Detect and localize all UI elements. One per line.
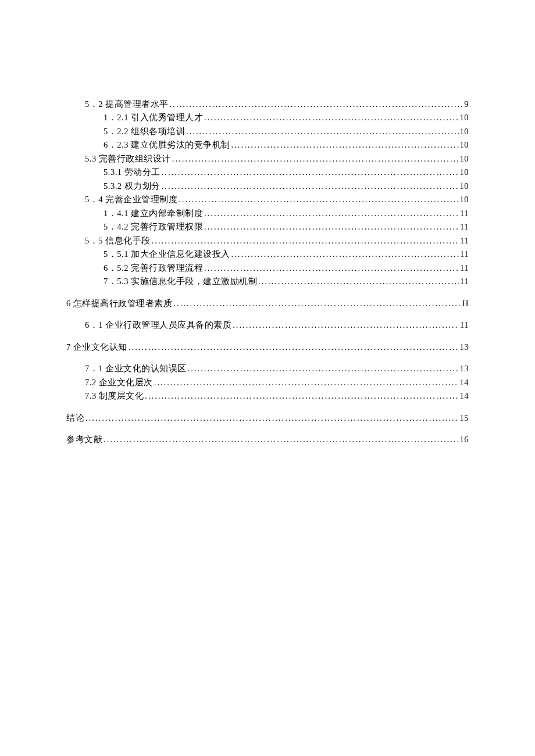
toc-entry-page: 16 bbox=[460, 433, 469, 446]
toc-entry-page: 14 bbox=[460, 376, 469, 389]
toc-leader-dots bbox=[129, 341, 459, 354]
toc-leader-dots bbox=[204, 220, 459, 234]
toc-entry-label: 5.3 完善行政组织设计 bbox=[85, 152, 171, 166]
toc-entry-page: 14 bbox=[460, 389, 469, 403]
toc-leader-dots bbox=[104, 433, 459, 446]
toc-entry: 5.3.1 劳动分工10 bbox=[66, 166, 469, 179]
toc-entry-page: 11 bbox=[460, 220, 469, 234]
toc-leader-dots bbox=[85, 411, 459, 425]
toc-leader-dots bbox=[188, 362, 459, 375]
toc-entry: 6．2.3 建立优胜劣汰的竞争机制10 bbox=[66, 138, 469, 152]
toc-entry-label: 5．4 完善企业管理制度 bbox=[85, 193, 177, 206]
toc-entry: 6 怎样提高行政管理者素质H bbox=[66, 297, 469, 310]
toc-entry-label: 7 企业文化认知 bbox=[66, 341, 127, 354]
toc-entry-page: 11 bbox=[460, 261, 469, 275]
toc-entry: 5．5 信息化手段11 bbox=[66, 234, 469, 248]
toc-entry: 5．2.2 组织各项培训10 bbox=[66, 125, 469, 138]
toc-entry: 5．4.2 完善行政管理权限11 bbox=[66, 220, 469, 234]
toc-leader-dots bbox=[258, 275, 459, 288]
toc-group: 6．1 企业行政管理人员应具备的素质11 bbox=[66, 318, 469, 332]
toc-entry: 5.3.2 权力划分10 bbox=[66, 180, 469, 193]
toc-entry-page: 10 bbox=[460, 111, 469, 124]
toc-leader-dots bbox=[204, 207, 459, 220]
toc-leader-dots bbox=[186, 125, 459, 138]
toc-entry: 7 企业文化认知13 bbox=[66, 341, 469, 354]
toc-leader-dots bbox=[170, 98, 463, 111]
toc-entry: 1．4.1 建立内部牵制制度11 bbox=[66, 207, 469, 220]
toc-entry-label: 6．1 企业行政管理人员应具备的素质 bbox=[85, 318, 231, 332]
toc-entry-label: 结论 bbox=[66, 411, 84, 425]
toc-entry-page: 11 bbox=[460, 234, 469, 248]
toc-entry: 5.3 完善行政组织设计10 bbox=[66, 152, 469, 166]
toc-entry-page: 10 bbox=[460, 125, 469, 138]
toc-entry-page: 11 bbox=[460, 248, 469, 261]
toc-entry-label: 7．5.3 实施信息化手段，建立激励机制 bbox=[104, 275, 257, 288]
toc-group: 结论15 bbox=[66, 411, 469, 425]
toc-entry: 1．2.1 引入优秀管理人才10 bbox=[66, 111, 469, 124]
toc-entry-page: 10 bbox=[460, 166, 469, 179]
toc-group: 6 怎样提高行政管理者素质H bbox=[66, 297, 469, 310]
toc-entry-page: 11 bbox=[460, 275, 469, 288]
toc-entry: 参考文献16 bbox=[66, 433, 469, 446]
toc-entry-page: 11 bbox=[460, 318, 469, 332]
toc-entry: 7.2 企业文化层次14 bbox=[66, 376, 469, 389]
toc-entry-label: 1．2.1 引入优秀管理人才 bbox=[104, 111, 203, 124]
toc-entry-page: H bbox=[462, 297, 469, 310]
toc-leader-dots bbox=[233, 318, 459, 332]
toc-entry-page: 10 bbox=[460, 193, 469, 206]
table-of-contents: 5．2 提高管理者水平91．2.1 引入优秀管理人才105．2.2 组织各项培训… bbox=[66, 98, 469, 447]
toc-entry: 6．5.2 完善行政管理流程11 bbox=[66, 261, 469, 275]
toc-group: 参考文献16 bbox=[66, 433, 469, 446]
toc-entry-label: 5.3.1 劳动分工 bbox=[104, 166, 160, 179]
toc-entry: 5．4 完善企业管理制度10 bbox=[66, 193, 469, 206]
toc-entry-page: 11 bbox=[460, 207, 469, 220]
toc-leader-dots bbox=[231, 248, 459, 261]
toc-entry-label: 5．5.1 加大企业信息化建设投入 bbox=[104, 248, 230, 261]
toc-leader-dots bbox=[162, 166, 459, 179]
toc-entry-label: 5．5 信息化手段 bbox=[85, 234, 151, 248]
toc-entry-label: 7．1 企业文化的认知误区 bbox=[85, 362, 187, 375]
toc-entry-page: 13 bbox=[460, 341, 469, 354]
toc-entry-label: 5．2.2 组织各项培训 bbox=[104, 125, 185, 138]
toc-entry-page: 10 bbox=[460, 152, 469, 166]
toc-entry: 7.3 制度层文化14 bbox=[66, 389, 469, 403]
toc-group: 7 企业文化认知13 bbox=[66, 341, 469, 354]
toc-entry-page: 10 bbox=[460, 138, 469, 152]
toc-group: 5．2 提高管理者水平91．2.1 引入优秀管理人才105．2.2 组织各项培训… bbox=[66, 98, 469, 289]
toc-leader-dots bbox=[173, 297, 461, 310]
toc-leader-dots bbox=[204, 261, 459, 275]
toc-entry-label: 参考文献 bbox=[66, 433, 102, 446]
toc-group: 7．1 企业文化的认知误区137.2 企业文化层次147.3 制度层文化14 bbox=[66, 362, 469, 403]
toc-entry-label: 5.3.2 权力划分 bbox=[104, 180, 160, 193]
toc-entry-label: 5．4.2 完善行政管理权限 bbox=[104, 220, 203, 234]
toc-leader-dots bbox=[204, 111, 459, 124]
toc-entry: 7．1 企业文化的认知误区13 bbox=[66, 362, 469, 375]
toc-entry-label: 7.3 制度层文化 bbox=[85, 389, 144, 403]
toc-leader-dots bbox=[145, 389, 458, 403]
toc-entry-page: 13 bbox=[460, 362, 469, 375]
toc-entry-page: 15 bbox=[460, 411, 469, 425]
toc-entry-label: 5．2 提高管理者水平 bbox=[85, 98, 169, 111]
toc-entry: 7．5.3 实施信息化手段，建立激励机制11 bbox=[66, 275, 469, 288]
toc-entry-label: 7.2 企业文化层次 bbox=[85, 376, 153, 389]
toc-entry: 5．5.1 加大企业信息化建设投入11 bbox=[66, 248, 469, 261]
toc-leader-dots bbox=[179, 193, 458, 206]
toc-entry-label: 6．5.2 完善行政管理流程 bbox=[104, 261, 203, 275]
toc-leader-dots bbox=[162, 180, 459, 193]
toc-leader-dots bbox=[231, 138, 459, 152]
toc-entry-label: 6 怎样提高行政管理者素质 bbox=[66, 297, 172, 310]
toc-entry: 6．1 企业行政管理人员应具备的素质11 bbox=[66, 318, 469, 332]
toc-leader-dots bbox=[172, 152, 459, 166]
toc-entry-label: 6．2.3 建立优胜劣汰的竞争机制 bbox=[104, 138, 230, 152]
toc-entry-label: 1．4.1 建立内部牵制制度 bbox=[104, 207, 203, 220]
toc-entry-page: 10 bbox=[460, 180, 469, 193]
toc-entry-page: 9 bbox=[464, 98, 469, 111]
toc-entry: 5．2 提高管理者水平9 bbox=[66, 98, 469, 111]
toc-leader-dots bbox=[152, 234, 459, 248]
toc-entry: 结论15 bbox=[66, 411, 469, 425]
toc-leader-dots bbox=[154, 376, 459, 389]
